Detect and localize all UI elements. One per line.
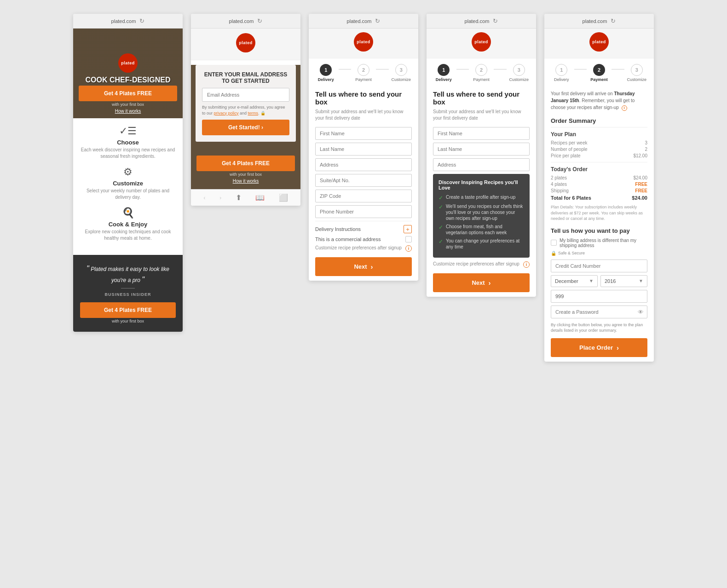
first-name-input[interactable] xyxy=(315,127,412,140)
year-value: 2016 xyxy=(605,278,616,284)
password-input[interactable] xyxy=(551,306,647,318)
back-nav[interactable]: ‹ xyxy=(203,194,205,201)
step-connector-2 xyxy=(376,69,388,69)
step-label-delivery-5: Delivery xyxy=(554,77,569,82)
screen-landing: plated.com ↻ plated COOK CHEF-DESIGNED R… xyxy=(73,14,183,332)
forward-nav[interactable]: › xyxy=(219,194,221,201)
place-order-button[interactable]: Place Order › xyxy=(551,338,647,357)
password-row: 👁 xyxy=(551,306,647,318)
order-row-1: 2 plates $24.00 xyxy=(551,175,647,180)
testimonial-section: " Plated makes it easy to look like you'… xyxy=(73,255,183,332)
payment-content: Your first delivery will arrive on Thurs… xyxy=(544,86,654,362)
payment-title: Tell us how you want to pay xyxy=(551,227,647,234)
logo-5: plated xyxy=(589,32,609,52)
commercial-address-checkbox[interactable] xyxy=(405,236,412,242)
tabs-icon[interactable]: ⬜ xyxy=(279,193,288,202)
zip-input[interactable] xyxy=(315,190,412,202)
logo-3: plated xyxy=(354,32,373,52)
email-terms: By submitting your e-mail address, you a… xyxy=(202,104,289,116)
last-name-input[interactable] xyxy=(315,143,412,156)
hero-cta-button-2[interactable]: Get 4 Plates FREE xyxy=(196,156,295,171)
step-label-payment: Payment xyxy=(355,77,372,82)
next-button-4[interactable]: Next › xyxy=(433,273,530,292)
email-input[interactable] xyxy=(202,88,289,102)
reload-icon[interactable]: ↻ xyxy=(139,17,144,24)
first-name-input-4[interactable] xyxy=(433,127,530,140)
testimonial-source: BUSINESS INSIDER xyxy=(80,292,176,297)
logo-area-4: plated xyxy=(427,29,536,58)
testimonial-cta-button[interactable]: Get 4 Plates FREE xyxy=(80,302,176,318)
share-icon[interactable]: ⬆ xyxy=(236,193,242,202)
customize-info-badge[interactable]: i xyxy=(405,245,412,252)
tooltip-popup: Discover Inspiring Recipes you'll Love ✓… xyxy=(433,174,530,258)
tooltip-text-1: Create a taste profile after sign-up xyxy=(446,194,515,200)
commercial-address-label: This is a commercial address xyxy=(315,236,381,242)
testimonial-cta-sub: with your first box xyxy=(80,319,176,323)
step-circle-5-3: 3 xyxy=(631,64,643,76)
address-input-4[interactable] xyxy=(433,158,530,171)
step-circle-4-3: 3 xyxy=(513,64,525,76)
plan-people-label: Number of people xyxy=(551,147,588,152)
step-circle-4-2: 2 xyxy=(475,64,487,76)
step-payment-3: 2 Payment xyxy=(351,64,376,82)
steps-bar-5: 1 Delivery 2 Payment 3 Customize xyxy=(544,58,654,86)
get-started-button[interactable]: Get Started! › xyxy=(202,120,289,135)
today-order-title: Today's Order xyxy=(551,166,647,173)
billing-checkbox[interactable] xyxy=(551,240,557,246)
year-chevron: ▼ xyxy=(639,278,643,283)
section-divider-1 xyxy=(551,162,647,162)
reload-icon-2[interactable]: ↻ xyxy=(257,17,262,24)
phone-input[interactable] xyxy=(315,205,412,218)
terms-link[interactable]: terms xyxy=(248,111,259,115)
plan-price-label: Price per plate xyxy=(551,153,580,158)
screen-email: plated.com ↻ plated ENTER YOUR EMAIL ADD… xyxy=(191,14,300,206)
order-row-2: 4 plates FREE xyxy=(551,182,647,187)
secure-row: 🔒 Safe & Secure xyxy=(551,251,647,256)
how-it-works-link[interactable]: How it works xyxy=(79,109,177,114)
cook-title: Cook & Enjoy xyxy=(79,221,177,228)
privacy-link[interactable]: privacy policy xyxy=(214,111,239,115)
eye-icon[interactable]: 👁 xyxy=(638,308,644,315)
order-summary-title: Order Summary xyxy=(551,117,647,127)
last-name-input-4[interactable] xyxy=(433,143,530,156)
how-it-works-link-2[interactable]: How it works xyxy=(196,179,295,184)
tooltip-text-3: Choose from meat, fish and vegetarian op… xyxy=(446,224,524,236)
order-val-1: $24.00 xyxy=(633,175,647,180)
step-customize-4: 3 Customize xyxy=(507,64,532,82)
bookmarks-icon[interactable]: 📖 xyxy=(255,193,265,202)
cvv-input[interactable] xyxy=(551,290,647,303)
step-label-delivery-4: Delivery xyxy=(436,77,452,82)
suite-input[interactable] xyxy=(315,174,412,187)
reload-icon-5[interactable]: ↻ xyxy=(611,17,616,24)
tooltip-text-4: You can change your preferences at any t… xyxy=(446,238,524,250)
browser-bar-4: plated.com ↻ xyxy=(427,14,536,29)
customize-info-badge-4[interactable]: i xyxy=(523,261,530,268)
url-label-5: plated.com xyxy=(583,18,607,24)
month-select[interactable]: December ▼ xyxy=(551,275,598,287)
step-label-customize-4: Customize xyxy=(509,77,529,82)
customize-desc: Select your weekly number of plates and … xyxy=(79,188,177,201)
screen-payment: plated.com ↻ plated 1 Delivery 2 Payment… xyxy=(544,14,654,362)
delivery-instructions-row: Delivery Instructions + xyxy=(315,225,412,233)
delivery-title-4: Tell us where to send your box xyxy=(433,90,530,106)
delivery-subtitle-3: Submit your address and we'll let you kn… xyxy=(315,109,412,121)
order-label-3: Shipping xyxy=(551,188,569,193)
step-connector-4-2 xyxy=(494,69,506,69)
plan-people-val: 2 xyxy=(645,147,647,152)
get-plates-button[interactable]: Get 4 Plates FREE xyxy=(79,86,177,101)
notice-info-badge[interactable]: i xyxy=(622,105,627,111)
commercial-address-row: This is a commercial address xyxy=(315,236,412,242)
reload-icon-3[interactable]: ↻ xyxy=(375,17,380,24)
year-select[interactable]: 2016 ▼ xyxy=(600,275,647,287)
add-delivery-instructions[interactable]: + xyxy=(404,225,412,233)
order-row-3: Shipping FREE xyxy=(551,188,647,193)
step-delivery-3: 1 Delivery xyxy=(313,64,339,82)
screen-delivery-tooltip: plated.com ↻ plated 1 Delivery 2 Payment… xyxy=(427,14,536,297)
steps-bar-3: 1 Delivery 2 Payment 3 Customize xyxy=(309,58,418,86)
url-label-2: plated.com xyxy=(229,18,254,24)
address-input[interactable] xyxy=(315,158,412,171)
credit-card-input[interactable] xyxy=(551,259,647,272)
next-button-3[interactable]: Next › xyxy=(315,257,412,276)
reload-icon-4[interactable]: ↻ xyxy=(493,17,498,24)
plan-price-val: $12.00 xyxy=(633,153,647,158)
